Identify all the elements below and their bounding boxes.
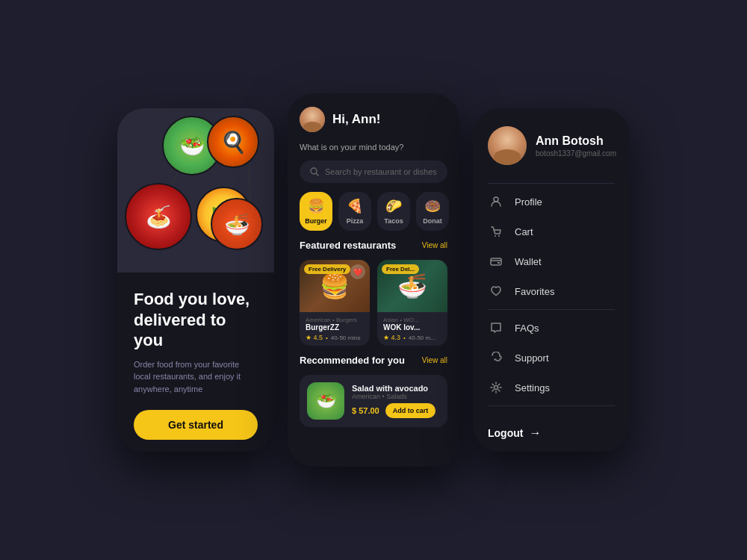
menu-label-cart: Cart <box>515 226 533 237</box>
menu-label-wallet: Wallet <box>515 256 542 267</box>
profile-screen: Ann Botosh botosh1337@gmail.com Profile <box>473 108 630 452</box>
search-placeholder-text: Search by restaurant or dishes <box>325 167 437 176</box>
menu-label-profile: Profile <box>515 196 542 208</box>
divider-2 <box>488 309 615 310</box>
cart-menu-icon <box>488 225 504 237</box>
search-icon <box>310 167 319 176</box>
category-tacos-label: Tacos <box>384 217 403 225</box>
menu-item-cart[interactable]: Cart <box>488 217 615 246</box>
menu-item-faqs[interactable]: FAQs <box>488 313 615 343</box>
divider-1 <box>488 183 615 184</box>
home-greeting: Hi, Ann! <box>332 112 381 127</box>
free-delivery-badge-1: Free Delivery <box>304 264 350 274</box>
restaurant-name-1: BurgerZZ <box>306 323 364 332</box>
pizza-icon: 🍕 <box>347 198 363 214</box>
menu-label-settings: Settings <box>515 382 550 393</box>
svg-rect-10 <box>498 262 500 264</box>
recommended-name-1: Salad with avocado <box>352 384 440 393</box>
recommended-price-1: $ 57.00 <box>352 406 379 415</box>
profile-info: Ann Botosh botosh1337@gmail.com <box>536 134 616 158</box>
recommended-cuisine-1: American • Salads <box>352 393 440 400</box>
view-all-recommended[interactable]: View all <box>422 356 447 364</box>
search-bar[interactable]: Search by restaurant or dishes <box>300 161 447 183</box>
dot-1: • <box>326 335 328 341</box>
tacos-icon: 🌮 <box>385 198 402 214</box>
category-tacos[interactable]: 🌮 Tacos <box>377 192 410 231</box>
splash-content: Food you love, delivered to you Order fo… <box>117 273 274 452</box>
food-grid: 🥗 🍳 🍝 🌿 🍜 <box>117 108 274 273</box>
support-menu-icon <box>488 352 504 364</box>
restaurant-meta-1: ★ 4.5 • 40-50 mins <box>306 334 364 341</box>
svg-rect-9 <box>491 258 501 265</box>
restaurant-rating-1: ★ 4.5 <box>306 334 323 341</box>
category-donat[interactable]: 🍩 Donat <box>416 192 449 231</box>
restaurant-card-1[interactable]: 🍔 Free Delivery ❤️ American • Burgers Bu… <box>300 260 370 346</box>
menu-item-profile[interactable]: Profile <box>488 187 615 217</box>
food-circle-5: 🍜 <box>211 198 263 250</box>
wallet-menu-icon <box>488 255 504 267</box>
food-circle-2: 🍳 <box>207 116 259 168</box>
food-circle-3: 🍝 <box>125 183 192 250</box>
restaurant-list: 🍔 Free Delivery ❤️ American • Burgers Bu… <box>300 260 447 346</box>
restaurant-card-2[interactable]: 🍜 Free Del... Asian • WO... WOK lov... ★… <box>377 260 447 346</box>
restaurant-meta-2: ★ 4.3 • 40-50 m... <box>383 334 441 341</box>
featured-section-header: Featured restaurants View all <box>300 240 447 251</box>
profile-menu-icon <box>488 196 504 208</box>
avatar-face <box>300 107 325 132</box>
burger-icon: 🍔 <box>308 198 324 214</box>
svg-point-7 <box>495 235 496 237</box>
profile-avatar <box>488 126 527 165</box>
menu-label-faqs: FAQs <box>515 323 539 334</box>
splash-screen: 🥗 🍳 🍝 🌿 🍜 Food you love, delivered to yo… <box>117 108 274 452</box>
logout-label: Logout <box>488 427 523 439</box>
restaurant-cuisine-2: Asian • WO... <box>383 317 441 323</box>
add-to-cart-button-1[interactable]: Add to cart <box>385 403 436 418</box>
splash-subtitle: Order food from your favorite local rest… <box>134 358 258 396</box>
menu-label-favorites: Favorites <box>515 286 554 297</box>
user-avatar <box>300 107 325 132</box>
phone-splash: 🥗 🍳 🍝 🌿 🍜 Food you love, delivered to yo… <box>117 108 274 452</box>
splash-title: Food you love, delivered to you <box>134 289 258 351</box>
category-pizza-label: Pizza <box>347 217 364 225</box>
restaurant-rating-2: ★ 4.3 <box>383 334 400 341</box>
divider-3 <box>488 405 615 406</box>
menu-item-support[interactable]: Support <box>488 343 615 373</box>
category-donat-label: Donat <box>423 217 442 225</box>
faqs-menu-icon <box>488 322 504 334</box>
recommended-details-1: Salad with avocado American • Salads $ 5… <box>352 384 440 418</box>
menu-label-support: Support <box>515 352 549 364</box>
recommended-bottom-1: $ 57.00 Add to cart <box>352 403 440 418</box>
restaurant-info-1: American • Burgers BurgerZZ ★ 4.5 • 40-5… <box>300 312 370 346</box>
svg-line-5 <box>316 173 318 175</box>
restaurant-image-2: 🍜 Free Del... <box>377 260 447 312</box>
menu-item-wallet[interactable]: Wallet <box>488 246 615 276</box>
restaurant-info-2: Asian • WO... WOK lov... ★ 4.3 • 40-50 m… <box>377 312 447 346</box>
recommended-card-1[interactable]: 🥗 Salad with avocado American • Salads $… <box>300 375 447 427</box>
menu-item-favorites[interactable]: Favorites <box>488 276 615 306</box>
get-started-button[interactable]: Get started <box>134 410 258 440</box>
donat-icon: 🍩 <box>424 198 441 214</box>
greeting-block: Hi, Ann! <box>332 112 381 127</box>
profile-email: botosh1337@gmail.com <box>536 149 616 158</box>
restaurant-time-1: 40-50 mins <box>331 335 361 341</box>
category-list: 🍔 Burger 🍕 Pizza 🌮 Tacos 🍩 Donat <box>300 192 447 231</box>
restaurant-cuisine-1: American • Burgers <box>306 317 364 323</box>
home-screen: Hi, Ann! What is on your mind today? Sea… <box>288 93 459 467</box>
category-pizza[interactable]: 🍕 Pizza <box>338 192 371 231</box>
favorites-menu-icon <box>488 285 504 297</box>
settings-menu-icon <box>488 382 504 393</box>
logout-row[interactable]: Logout → <box>488 417 615 440</box>
profile-avatar-face <box>488 126 527 165</box>
view-all-featured[interactable]: View all <box>422 241 447 249</box>
favorite-icon-1[interactable]: ❤️ <box>350 264 365 279</box>
dot-2: • <box>403 335 406 341</box>
svg-point-8 <box>498 235 500 237</box>
svg-point-6 <box>494 197 498 202</box>
free-delivery-badge-2: Free Del... <box>382 264 419 274</box>
svg-point-11 <box>495 386 498 390</box>
category-burger[interactable]: 🍔 Burger <box>300 192 332 231</box>
restaurant-image-1: 🍔 Free Delivery ❤️ <box>300 260 370 312</box>
restaurant-time-2: 40-50 m... <box>409 335 436 341</box>
profile-user: Ann Botosh botosh1337@gmail.com <box>488 126 615 165</box>
menu-item-settings[interactable]: Settings <box>488 373 615 402</box>
